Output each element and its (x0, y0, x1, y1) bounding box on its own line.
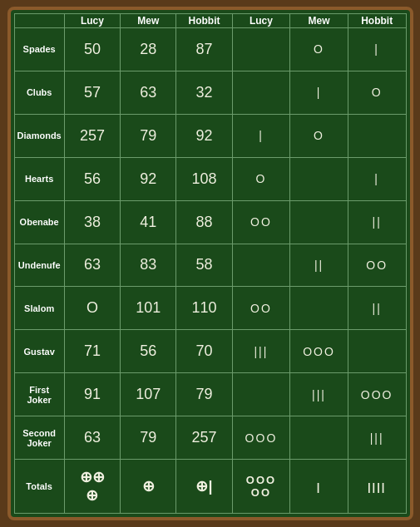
tally-cell-lucy_tally (232, 28, 290, 71)
tally-cell-hobbit_tally: OOO (348, 373, 406, 416)
tally-cell-hobbit_tally (348, 330, 406, 373)
score-cell-hobbit_score: 79 (176, 373, 232, 416)
tally-cell-mew_tally: || (290, 244, 348, 287)
score-cell-mew_score: 79 (121, 416, 176, 460)
scoreboard: Lucy Mew Hobbit Lucy Mew Hobbit Spades50… (7, 7, 413, 520)
table-row: SlalomO101110OO|| (14, 287, 406, 330)
row-label: Totals (14, 460, 64, 514)
score-cell-lucy_score: 56 (64, 157, 120, 200)
tally-cell-hobbit_tally: | (348, 157, 406, 200)
col-header-mew2: Mew (290, 14, 348, 28)
row-label: Hearts (14, 157, 64, 200)
table-row: Totals⊕⊕ ⊕⊕⊕|OOO OO||||| (14, 460, 406, 514)
col-header-hobbit1: Hobbit (176, 14, 232, 28)
tally-cell-hobbit_tally: || (348, 287, 406, 330)
tally-cell-lucy_tally: | (232, 114, 290, 157)
table-row: Clubs576332|O (14, 71, 406, 114)
tally-cell-mew_tally: ||| (290, 373, 348, 416)
tally-cell-mew_tally: | (290, 71, 348, 114)
col-header-lucy1: Lucy (64, 14, 120, 28)
row-label: Second Joker (14, 416, 64, 460)
score-cell-lucy_score: 91 (64, 373, 120, 416)
score-cell-hobbit_score: 87 (176, 28, 232, 71)
tally-cell-lucy_tally (232, 244, 290, 287)
tally-cell-lucy_tally: O (232, 157, 290, 200)
row-label: Undenufe (14, 244, 64, 287)
score-cell-hobbit_score: 70 (176, 330, 232, 373)
tally-cell-lucy_tally (232, 373, 290, 416)
col-header-mew1: Mew (121, 14, 176, 28)
tally-cell-lucy_tally: OO (232, 287, 290, 330)
tally-cell-lucy_tally (232, 71, 290, 114)
score-cell-hobbit_score: 108 (176, 157, 232, 200)
table-row: Obenabe384188OO|| (14, 200, 406, 244)
tally-cell-lucy_tally: OOO (232, 416, 290, 460)
score-cell-mew_score: 92 (121, 157, 176, 200)
score-cell-lucy_score: 257 (64, 114, 120, 157)
tally-cell-lucy_tally: OOO OO (232, 460, 290, 514)
tally-cell-mew_tally: OOO (290, 330, 348, 373)
col-header-lucy2: Lucy (232, 14, 290, 28)
tally-cell-hobbit_tally: |||| (348, 460, 406, 514)
table-row: Spades502887O| (14, 28, 406, 71)
score-cell-mew_score: 41 (121, 200, 176, 244)
tally-cell-mew_tally: O (290, 28, 348, 71)
col-header-empty (14, 14, 64, 28)
score-cell-mew_score: 63 (121, 71, 176, 114)
score-cell-lucy_score: O (64, 287, 120, 330)
score-cell-lucy_score: ⊕⊕ ⊕ (64, 460, 120, 514)
score-cell-hobbit_score: 110 (176, 287, 232, 330)
table-row: Second Joker6379257OOO||| (14, 416, 406, 460)
tally-cell-mew_tally (290, 157, 348, 200)
score-cell-mew_score: ⊕ (121, 460, 176, 514)
score-cell-lucy_score: 50 (64, 28, 120, 71)
row-label: Slalom (14, 287, 64, 330)
score-cell-hobbit_score: 32 (176, 71, 232, 114)
tally-cell-hobbit_tally (348, 114, 406, 157)
score-cell-lucy_score: 57 (64, 71, 120, 114)
score-cell-lucy_score: 63 (64, 244, 120, 287)
table-row: Diamonds2577992|O (14, 114, 406, 157)
row-label: First Joker (14, 373, 64, 416)
row-label: Spades (14, 28, 64, 71)
table-row: Hearts5692108O| (14, 157, 406, 200)
row-label: Diamonds (14, 114, 64, 157)
score-cell-mew_score: 79 (121, 114, 176, 157)
row-label: Obenabe (14, 200, 64, 244)
row-label: Gustav (14, 330, 64, 373)
score-cell-hobbit_score: 88 (176, 200, 232, 244)
table-row: Undenufe638358||OO (14, 244, 406, 287)
score-cell-hobbit_score: ⊕| (176, 460, 232, 514)
score-cell-mew_score: 101 (121, 287, 176, 330)
tally-cell-hobbit_tally: | (348, 28, 406, 71)
tally-cell-hobbit_tally: || (348, 200, 406, 244)
tally-cell-mew_tally (290, 200, 348, 244)
row-label: Clubs (14, 71, 64, 114)
tally-cell-mew_tally (290, 287, 348, 330)
table-row: Gustav715670|||OOO (14, 330, 406, 373)
score-cell-mew_score: 107 (121, 373, 176, 416)
score-cell-lucy_score: 38 (64, 200, 120, 244)
col-header-hobbit2: Hobbit (348, 14, 406, 28)
score-cell-lucy_score: 63 (64, 416, 120, 460)
tally-cell-mew_tally: O (290, 114, 348, 157)
score-cell-hobbit_score: 92 (176, 114, 232, 157)
tally-cell-hobbit_tally: ||| (348, 416, 406, 460)
score-cell-lucy_score: 71 (64, 330, 120, 373)
score-cell-mew_score: 56 (121, 330, 176, 373)
tally-cell-mew_tally (290, 416, 348, 460)
score-cell-mew_score: 83 (121, 244, 176, 287)
header-row: Lucy Mew Hobbit Lucy Mew Hobbit (14, 14, 406, 28)
tally-cell-hobbit_tally: OO (348, 244, 406, 287)
tally-cell-hobbit_tally: O (348, 71, 406, 114)
tally-cell-mew_tally: | (290, 460, 348, 514)
score-cell-hobbit_score: 257 (176, 416, 232, 460)
tally-cell-lucy_tally: ||| (232, 330, 290, 373)
table-row: First Joker9110779|||OOO (14, 373, 406, 416)
tally-cell-lucy_tally: OO (232, 200, 290, 244)
score-cell-mew_score: 28 (121, 28, 176, 71)
score-cell-hobbit_score: 58 (176, 244, 232, 287)
